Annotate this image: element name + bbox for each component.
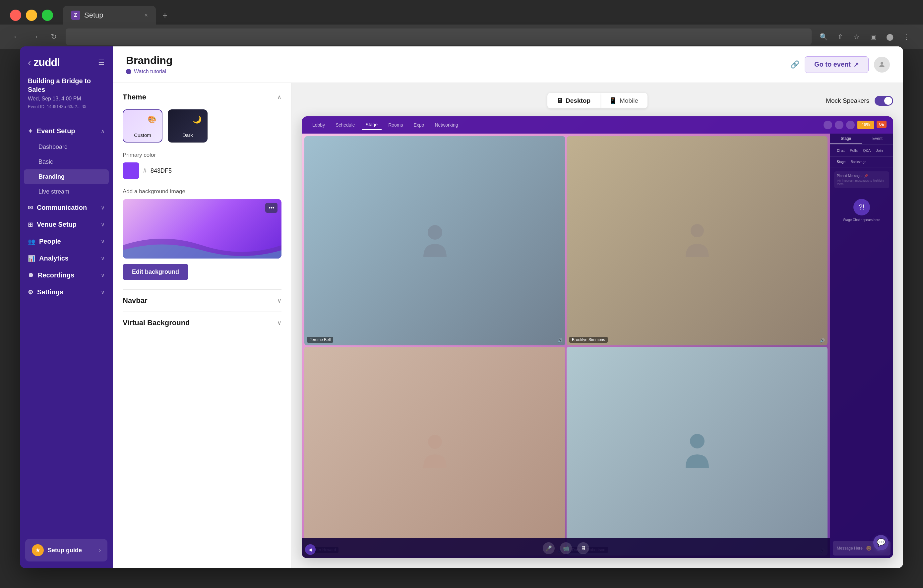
bookmark-icon[interactable]: ☆ bbox=[850, 30, 863, 43]
color-hash: # bbox=[143, 168, 146, 174]
sidebar-back-button[interactable]: ‹ bbox=[28, 57, 31, 68]
preview-video-button[interactable]: 📹 bbox=[560, 542, 572, 554]
sidebar-item-basic[interactable]: Basic bbox=[20, 154, 113, 169]
sidebar-item-live-stream[interactable]: Live stream bbox=[20, 184, 113, 199]
sidebar-item-venue-setup[interactable]: ⊞ Venue Setup ∨ bbox=[20, 216, 113, 233]
sidebar-item-recordings[interactable]: ⏺ Recordings ∨ bbox=[20, 267, 113, 284]
sidebar-item-settings[interactable]: ⚙ Settings ∨ bbox=[20, 284, 113, 301]
svg-point-4 bbox=[690, 434, 705, 448]
preview-stage-chat: ?! Stage Chat appears here bbox=[834, 192, 889, 228]
reader-icon[interactable]: ▣ bbox=[867, 30, 880, 43]
theme-section-header: Theme ∧ bbox=[123, 93, 281, 102]
preview-sidebar: Stage Event Chat Polls Q&A Join Stage bbox=[830, 133, 893, 558]
edit-background-button[interactable]: Edit background bbox=[123, 264, 188, 280]
sidebar-item-branding[interactable]: Branding bbox=[24, 169, 109, 184]
address-bar[interactable] bbox=[66, 28, 811, 45]
preview-chat-area: Pinned Messages 📌 Pin important messages… bbox=[830, 168, 893, 538]
preview-screen-button[interactable]: 🖥 bbox=[577, 542, 589, 554]
background-image-preview[interactable]: ••• bbox=[123, 199, 281, 258]
preview-nav-schedule[interactable]: Schedule bbox=[332, 120, 359, 130]
desktop-view-button[interactable]: 🖥 Desktop bbox=[547, 93, 600, 108]
user-avatar-button[interactable] bbox=[874, 57, 890, 72]
more-icon[interactable]: ⋮ bbox=[900, 30, 913, 43]
setup-guide-button[interactable]: ★ Setup guide › bbox=[25, 539, 107, 562]
preview-video-2: Brooklyn Simmons 🔊 bbox=[567, 136, 828, 345]
preview-subtab-qa[interactable]: Q&A bbox=[861, 147, 873, 154]
theme-section-title: Theme bbox=[123, 93, 146, 102]
sidebar-recordings-label: Recordings bbox=[38, 271, 74, 279]
emoji-icon[interactable]: 😊 bbox=[866, 545, 872, 551]
preview-nav-expo[interactable]: Expo bbox=[410, 120, 429, 130]
preview-subtab-stage[interactable]: Chat bbox=[834, 147, 847, 154]
navbar-section-header[interactable]: Navbar ∨ bbox=[123, 296, 281, 305]
bg-menu-button[interactable]: ••• bbox=[265, 203, 278, 213]
preview-tab-event[interactable]: Event bbox=[862, 133, 893, 144]
preview-nav-rooms[interactable]: Rooms bbox=[384, 120, 407, 130]
preview-subtab-join[interactable]: Join bbox=[873, 147, 885, 154]
share-link-icon[interactable]: 🔗 bbox=[790, 60, 799, 69]
sidebar-item-people[interactable]: 👥 People ∨ bbox=[20, 233, 113, 250]
sidebar-item-dashboard[interactable]: Dashboard bbox=[20, 140, 113, 154]
close-traffic-light[interactable] bbox=[10, 10, 21, 21]
go-to-event-label: Go to event bbox=[814, 61, 851, 68]
preview-tab-stage[interactable]: Stage bbox=[830, 133, 862, 144]
watch-tutorial-link[interactable]: Watch tutorial bbox=[126, 69, 172, 75]
theme-section-toggle[interactable]: ∧ bbox=[277, 94, 281, 101]
traffic-lights bbox=[10, 10, 53, 21]
preview-pinned-messages: Pinned Messages 📌 Pin important messages… bbox=[834, 171, 889, 188]
tab-title: Setup bbox=[84, 11, 140, 20]
sidebar-settings-label: Settings bbox=[37, 288, 63, 296]
primary-color-section: Primary color # 843DF5 bbox=[123, 152, 281, 179]
analytics-icon: 📊 bbox=[28, 255, 35, 262]
content-area: Theme ∧ 🎨 Custom 🌙 Dark Primary color bbox=[113, 83, 903, 568]
browser-nav-icons: 🔍 ⇧ ☆ ▣ ⬤ ⋮ bbox=[817, 30, 913, 43]
tab-close-button[interactable]: × bbox=[144, 12, 148, 19]
custom-theme-label: Custom bbox=[134, 132, 151, 138]
main-title-area: Branding Watch tutorial bbox=[126, 54, 172, 75]
reload-button[interactable]: ↻ bbox=[47, 30, 60, 43]
sidebar-item-analytics[interactable]: 📊 Analytics ∨ bbox=[20, 250, 113, 267]
new-tab-button[interactable]: + bbox=[163, 10, 168, 21]
preview-stage-tab[interactable]: Stage bbox=[834, 159, 848, 165]
analytics-arrow: ∨ bbox=[101, 255, 105, 261]
sidebar-venue-label: Venue Setup bbox=[37, 221, 77, 228]
sidebar-event-info: Building a Bridge to Sales Wed, Sep 13, … bbox=[20, 77, 113, 117]
custom-theme-icon: 🎨 bbox=[148, 115, 156, 124]
browser-tab[interactable]: Z Setup × bbox=[63, 6, 156, 25]
navbar-section-title: Navbar bbox=[123, 296, 148, 305]
maximize-traffic-light[interactable] bbox=[42, 10, 53, 21]
preview-video-1: Jerome Bell 🔊 bbox=[304, 136, 565, 345]
preview-nav-stage[interactable]: Stage bbox=[362, 120, 382, 130]
mobile-view-button[interactable]: 📱 Mobile bbox=[600, 93, 647, 108]
theme-card-custom[interactable]: 🎨 Custom bbox=[123, 109, 163, 143]
profile-icon[interactable]: ⬤ bbox=[883, 30, 897, 43]
sidebar-people-label: People bbox=[39, 238, 61, 245]
share-icon[interactable]: ⇧ bbox=[833, 30, 847, 43]
sidebar-event-setup-label: Event Setup bbox=[37, 127, 75, 135]
preview-subtab-polls[interactable]: Polls bbox=[847, 147, 861, 154]
toggle-knob bbox=[884, 97, 892, 105]
sidebar-item-event-setup[interactable]: ✦ Event Setup ∧ bbox=[20, 123, 113, 140]
preview-nav-networking[interactable]: Networking bbox=[431, 120, 462, 130]
forward-button[interactable]: → bbox=[28, 30, 42, 43]
virtual-bg-section-header[interactable]: Virtual Background ∨ bbox=[123, 319, 281, 327]
mock-speakers-toggle[interactable] bbox=[875, 96, 893, 106]
device-toggle: 🖥 Desktop 📱 Mobile bbox=[547, 93, 647, 108]
theme-card-dark[interactable]: 🌙 Dark bbox=[168, 109, 207, 143]
main-header: Branding Watch tutorial 🔗 Go to event ↗ bbox=[113, 46, 903, 83]
preview-backstage-tab[interactable]: Backstage bbox=[848, 159, 869, 165]
preview-nav-lobby[interactable]: Lobby bbox=[308, 120, 329, 130]
color-swatch[interactable] bbox=[123, 163, 139, 179]
preview-volume-button[interactable]: ◀ bbox=[305, 544, 315, 555]
go-to-event-button[interactable]: Go to event ↗ bbox=[805, 56, 869, 73]
sidebar-item-communication[interactable]: ✉ Communication ∨ bbox=[20, 199, 113, 216]
search-icon[interactable]: 🔍 bbox=[817, 30, 830, 43]
chat-support-button[interactable]: 💬 bbox=[873, 535, 889, 550]
preview-nav-btn: 46% bbox=[857, 121, 874, 129]
copy-id-icon[interactable]: ⧉ bbox=[82, 104, 85, 109]
sidebar-menu-button[interactable]: ☰ bbox=[98, 58, 105, 67]
preview-nav-icon-1 bbox=[824, 121, 832, 129]
preview-mute-button[interactable]: 🎤 bbox=[543, 542, 555, 554]
back-button[interactable]: ← bbox=[10, 30, 23, 43]
minimize-traffic-light[interactable] bbox=[26, 10, 37, 21]
